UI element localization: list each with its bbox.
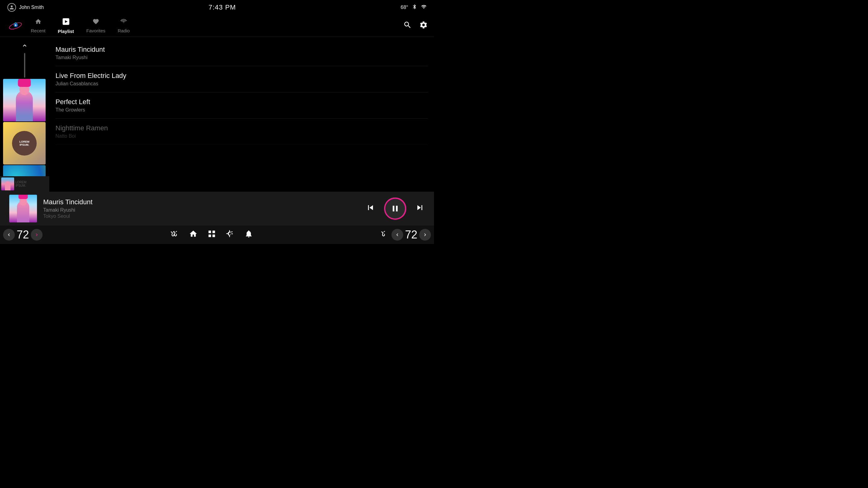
track-item-3[interactable]: Perfect Left The Growlers xyxy=(56,92,428,119)
status-bar: John Smith 7:43 PM 68° xyxy=(0,0,434,15)
track-artist-4: Natto Boi xyxy=(56,133,428,139)
track-artist-3: The Growlers xyxy=(56,107,428,113)
clock: 7:43 PM xyxy=(208,3,236,11)
now-playing-title: Mauris Tincidunt xyxy=(43,198,360,206)
back-arrow-button[interactable] xyxy=(3,229,15,240)
now-playing-venue: Tokyo Seoul xyxy=(43,214,360,219)
now-playing-artist: Tamaki Ryushi xyxy=(43,207,360,213)
bluetooth-icon xyxy=(412,4,417,11)
track-artist-2: Julian Casablancas xyxy=(56,81,428,87)
bell-icon[interactable] xyxy=(244,230,253,240)
tab-favorites[interactable]: Favorites xyxy=(86,18,105,33)
signal-icon xyxy=(421,4,427,11)
heart-icon xyxy=(92,18,99,27)
next-track-button[interactable] xyxy=(415,203,425,215)
track-item-2[interactable]: Live From Electric Lady Julian Casablanc… xyxy=(56,66,428,92)
scroll-up-button[interactable] xyxy=(19,39,31,52)
home-icon xyxy=(35,18,41,27)
forward-arrow-right-button[interactable] xyxy=(419,229,431,240)
track-title-2: Live From Electric Lady xyxy=(56,72,428,80)
play-pause-button[interactable] xyxy=(384,197,406,220)
system-bar: 72 xyxy=(0,226,434,244)
nav-bar: Recent Playlist Favorites xyxy=(0,15,434,37)
temperature-status: 68° xyxy=(401,5,408,10)
user-avatar-icon xyxy=(7,3,16,12)
tab-recent-label: Recent xyxy=(31,28,45,33)
track-title-3: Perfect Left xyxy=(56,98,428,106)
temp-left: 72 xyxy=(17,228,29,241)
now-playing-controls xyxy=(366,197,425,220)
heat-right-icon[interactable] xyxy=(381,230,390,240)
grid-icon[interactable] xyxy=(208,230,216,240)
nav-tabs: Recent Playlist Favorites xyxy=(31,18,403,34)
track-item-4[interactable]: Nighttime Ramen Natto Boi xyxy=(56,119,428,145)
tab-playlist-label: Playlist xyxy=(58,29,74,34)
tab-favorites-label: Favorites xyxy=(86,28,105,33)
now-playing-bar: LOREMIPSUM. Mauris Tincidunt Tamaki Ryus… xyxy=(0,192,434,226)
lorem-ipsum-art: LOREMIPSUM. xyxy=(12,131,37,156)
playlist-icon xyxy=(62,18,70,27)
track-item-1[interactable]: Mauris Tincidunt Tamaki Ryushi xyxy=(56,40,428,66)
temp-right: 72 xyxy=(405,228,417,241)
track-title-4: Nighttime Ramen xyxy=(56,124,428,132)
tab-radio[interactable]: Radio xyxy=(118,18,130,33)
user-name: John Smith xyxy=(19,5,44,10)
search-button[interactable] xyxy=(403,21,412,31)
app-logo xyxy=(6,19,25,33)
thumb-item-1[interactable] xyxy=(3,79,45,121)
tab-recent[interactable]: Recent xyxy=(31,18,45,33)
tab-radio-label: Radio xyxy=(118,28,130,33)
home-nav-icon[interactable] xyxy=(189,230,197,240)
track-artist-1: Tamaki Ryushi xyxy=(56,55,428,60)
status-left: John Smith xyxy=(7,3,44,12)
prev-track-button[interactable] xyxy=(366,203,375,215)
sys-left: 72 xyxy=(3,228,42,241)
tab-playlist[interactable]: Playlist xyxy=(58,18,74,34)
now-playing-info: Mauris Tincidunt Tamaki Ryushi Tokyo Seo… xyxy=(43,198,360,219)
status-right: 68° xyxy=(401,4,427,11)
fan-icon[interactable] xyxy=(226,230,235,240)
now-playing-thumbnail xyxy=(9,195,37,222)
track-title-1: Mauris Tincidunt xyxy=(56,45,428,54)
heat-left-icon[interactable] xyxy=(170,230,179,240)
thumb-item-2[interactable]: LOREMIPSUM. xyxy=(3,122,45,164)
nav-actions xyxy=(403,21,428,31)
forward-arrow-left-button[interactable] xyxy=(31,229,42,240)
settings-button[interactable] xyxy=(419,21,428,31)
scroll-track xyxy=(24,53,25,78)
sys-right: 72 xyxy=(381,228,431,241)
radio-icon xyxy=(120,18,127,27)
back-arrow-right-button[interactable] xyxy=(392,229,403,240)
sys-center xyxy=(42,230,381,240)
main-layout: LOREMIPSUM. coLor ShAPE xyxy=(0,37,434,226)
